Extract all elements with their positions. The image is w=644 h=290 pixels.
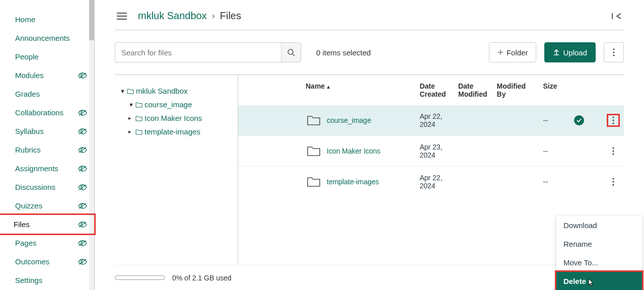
sidebar-item-announcements[interactable]: Announcements (0, 29, 94, 47)
row-more-button[interactable] (607, 114, 620, 127)
sidebar-item-people[interactable]: People (0, 47, 94, 66)
sidebar-item-label: Outcomes (15, 257, 49, 266)
sidebar-item-label: Quizzes (15, 201, 42, 210)
svg-point-20 (613, 154, 614, 155)
sidebar-item-modules[interactable]: Modules (0, 66, 94, 85)
sidebar-item-rubrics[interactable]: Rubrics (0, 140, 94, 159)
table-row[interactable]: course_imageApr 22, 2024-- (238, 105, 624, 136)
sidebar-scrollbar[interactable] (89, 0, 94, 290)
sidebar-item-label: Syllabus (15, 127, 44, 135)
svg-point-18 (613, 148, 614, 149)
svg-point-14 (613, 55, 615, 56)
menu-download[interactable]: Download (556, 216, 642, 235)
cell-date-created: Apr 23, 2024 (415, 136, 454, 167)
cell-date-modified (454, 167, 493, 197)
sidebar-item-pages[interactable]: Pages (0, 234, 94, 252)
cell-published[interactable] (570, 105, 593, 136)
breadcrumb: mkluk Sandbox › Files (138, 10, 601, 22)
row-more-button[interactable] (607, 144, 620, 158)
main-content: mkluk Sandbox › Files 0 items selected F (95, 0, 644, 290)
hidden-eye-icon (78, 240, 87, 247)
folder-button-label: Folder (507, 48, 528, 57)
cell-published[interactable] (570, 167, 593, 197)
breadcrumb-current: Files (220, 10, 241, 22)
col-modified-header[interactable]: Date Modified (454, 75, 493, 105)
sidebar-item-outcomes[interactable]: Outcomes (0, 252, 94, 271)
sidebar-item-syllabus[interactable]: Syllabus (0, 122, 94, 140)
sidebar-item-files[interactable]: Files (0, 213, 96, 235)
toolbar-more-button[interactable] (604, 42, 624, 62)
tree-item[interactable]: ▸Icon Maker Icons (120, 111, 233, 125)
sidebar-item-assignments[interactable]: Assignments (0, 159, 94, 178)
cell-modified-by (493, 105, 539, 136)
tree-item[interactable]: ▼course_image (120, 98, 233, 111)
sidebar-item-quizzes[interactable]: Quizzes (0, 196, 94, 215)
upload-button[interactable]: Upload (544, 42, 596, 62)
sidebar-item-home[interactable]: Home (0, 10, 94, 29)
search-input[interactable] (115, 42, 281, 62)
collapse-nav-icon[interactable] (610, 11, 624, 22)
table-row[interactable]: template-imagesApr 22, 2024-- (238, 167, 624, 197)
sidebar-item-label: People (15, 52, 39, 61)
sidebar-item-label: Collaborations (15, 108, 63, 117)
breadcrumb-course[interactable]: mkluk Sandbox (138, 10, 207, 22)
hidden-eye-icon (78, 184, 87, 191)
caret-icon: ▸ (128, 115, 133, 121)
sidebar-item-label: Assignments (15, 164, 58, 173)
menu-rename[interactable]: Rename (556, 235, 642, 253)
cursor-pointer-icon (587, 278, 595, 288)
svg-point-15 (613, 117, 614, 118)
row-context-menu: Download Rename Move To... Delete (556, 216, 642, 290)
cell-date-created: Apr 22, 2024 (415, 105, 454, 136)
cell-published[interactable] (570, 136, 593, 167)
file-name-link[interactable]: Icon Maker Icons (327, 147, 381, 155)
search-button[interactable] (281, 42, 301, 62)
hidden-eye-icon (78, 221, 87, 228)
sidebar-item-label: Discussions (15, 183, 55, 191)
caret-icon: ▼ (128, 102, 133, 108)
sidebar-item-label: Rubrics (15, 146, 41, 154)
search-icon (287, 48, 295, 56)
sidebar-item-settings[interactable]: Settings (0, 271, 94, 289)
hidden-eye-icon (78, 165, 87, 172)
scrollbar-thumb[interactable] (89, 0, 94, 40)
tree-root[interactable]: ▼ mkluk Sandbox (120, 84, 233, 98)
col-name-header[interactable]: Name▲ (238, 75, 415, 105)
selection-count: 0 items selected (316, 48, 371, 57)
plus-icon (497, 49, 504, 55)
sort-asc-icon: ▲ (326, 84, 331, 90)
folder-icon (307, 114, 321, 126)
svg-point-10 (288, 49, 293, 54)
col-modifiedby-header[interactable]: Modified By (493, 75, 539, 105)
svg-point-13 (613, 52, 615, 53)
tree-item[interactable]: ▸template-images (120, 125, 233, 138)
table-row[interactable]: Icon Maker IconsApr 23, 2024-- (238, 136, 624, 167)
col-created-header[interactable]: Date Created (415, 75, 454, 105)
caret-down-icon: ▼ (120, 88, 125, 94)
col-size-header[interactable]: Size (539, 75, 569, 105)
file-name-link[interactable]: course_image (327, 116, 371, 124)
hidden-eye-icon (78, 109, 87, 116)
upload-icon (553, 49, 560, 56)
upload-button-label: Upload (563, 48, 587, 57)
file-name-link[interactable]: template-images (327, 178, 379, 186)
cell-date-modified (454, 136, 493, 167)
hamburger-menu-icon[interactable] (115, 11, 129, 22)
cell-date-modified (454, 105, 493, 136)
sidebar-item-grades[interactable]: Grades (0, 85, 94, 103)
hidden-eye-icon (78, 128, 87, 135)
hidden-eye-icon (78, 72, 87, 79)
folder-icon (135, 115, 142, 121)
folder-icon (127, 88, 134, 94)
menu-delete[interactable]: Delete (555, 270, 643, 290)
sidebar-item-discussions[interactable]: Discussions (0, 178, 94, 196)
sidebar-item-label: Announcements (15, 34, 69, 42)
row-more-button[interactable] (607, 175, 620, 188)
menu-move[interactable]: Move To... (556, 253, 642, 272)
folder-icon (135, 102, 142, 108)
folder-tree: ▼ mkluk Sandbox ▼course_image▸Icon Maker… (115, 75, 238, 265)
sidebar-item-collaborations[interactable]: Collaborations (0, 103, 94, 122)
cell-size: -- (539, 167, 569, 197)
chevron-right-icon: › (212, 11, 215, 21)
new-folder-button[interactable]: Folder (489, 42, 537, 62)
